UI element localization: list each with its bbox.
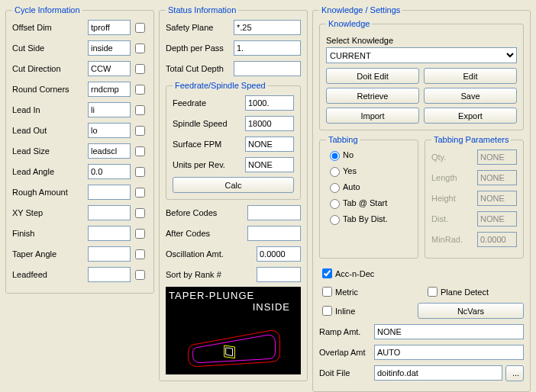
cycle-input-12[interactable] bbox=[88, 267, 131, 282]
surface-fpm-label: Surface FPM bbox=[173, 140, 245, 149]
tabbing-opt-1: Yes bbox=[343, 166, 357, 175]
acc-n-dec-checkbox[interactable] bbox=[322, 268, 332, 278]
ramp-amt-label: Ramp Amt. bbox=[319, 327, 374, 336]
tabparam-label-3: Dist. bbox=[431, 214, 477, 223]
tabbing-radio-1[interactable] bbox=[330, 167, 340, 177]
tabbing-params-legend: Tabbing Parameters bbox=[431, 135, 511, 144]
cycle-input-6[interactable] bbox=[88, 143, 131, 159]
cycle-checkbox-8[interactable] bbox=[135, 188, 145, 198]
cycle-checkbox-10[interactable] bbox=[135, 229, 145, 239]
cycle-input-3[interactable] bbox=[88, 82, 131, 97]
tabbing-opt-2: Auto bbox=[343, 182, 360, 191]
cycle-checkbox-6[interactable] bbox=[135, 146, 145, 156]
cycle-checkbox-3[interactable] bbox=[135, 85, 145, 95]
cycle-input-5[interactable] bbox=[88, 123, 131, 138]
retrieve-button[interactable]: Retrieve bbox=[326, 88, 419, 104]
before-codes-label: Before Codes bbox=[166, 208, 247, 217]
select-knowledge-label: Select Knowledge bbox=[326, 36, 517, 45]
cycle-input-2[interactable] bbox=[88, 61, 131, 76]
oscillation-amt-label: Oscillation Amt. bbox=[166, 249, 257, 259]
cycle-input-9[interactable] bbox=[88, 205, 131, 220]
total-cut-depth-input[interactable] bbox=[234, 61, 301, 76]
tabbing-radio-4[interactable] bbox=[330, 215, 340, 225]
cycle-checkbox-7[interactable] bbox=[135, 167, 145, 177]
doit-edit-button[interactable]: Doit Edit bbox=[326, 68, 419, 84]
metric-label: Metric bbox=[335, 288, 358, 297]
cycle-label-12: Leadfeed bbox=[12, 270, 88, 279]
ncvars-button[interactable]: NcVars bbox=[418, 303, 524, 319]
feedrate-input[interactable] bbox=[245, 95, 294, 111]
tabbing-parameters-group: Tabbing Parameters Qty. Length Height Di… bbox=[425, 135, 524, 259]
cycle-input-10[interactable] bbox=[88, 226, 131, 241]
cycle-label-5: Lead Out bbox=[12, 126, 88, 135]
cycle-checkbox-4[interactable] bbox=[135, 105, 145, 115]
sort-by-rank-label: Sort by Rank # bbox=[166, 270, 257, 279]
tabbing-radio-2[interactable] bbox=[330, 183, 340, 193]
browse-button[interactable]: ... bbox=[505, 365, 524, 381]
cycle-checkbox-5[interactable] bbox=[135, 126, 145, 136]
edit-button[interactable]: Edit bbox=[424, 68, 517, 84]
cycle-label-1: Cut Side bbox=[12, 43, 88, 53]
tabbing-radio-0[interactable] bbox=[330, 151, 340, 161]
surface-fpm-input[interactable] bbox=[245, 137, 294, 152]
units-per-rev-label: Units per Rev. bbox=[173, 160, 245, 169]
cycle-checkbox-0[interactable] bbox=[135, 23, 145, 33]
depth-per-pass-label: Depth per Pass bbox=[166, 43, 234, 53]
export-button[interactable]: Export bbox=[424, 108, 517, 124]
cycle-checkbox-1[interactable] bbox=[135, 43, 145, 53]
tabbing-opt-3: Tab @ Start bbox=[343, 198, 387, 207]
calc-button[interactable]: Calc bbox=[173, 177, 294, 193]
select-knowledge-dropdown[interactable]: CURRENT bbox=[326, 47, 517, 63]
cycle-label-10: Finish bbox=[12, 229, 88, 238]
safety-plane-input[interactable] bbox=[234, 20, 301, 35]
spindle-speed-input[interactable] bbox=[245, 116, 294, 131]
cycle-checkbox-9[interactable] bbox=[135, 208, 145, 218]
cycle-checkbox-2[interactable] bbox=[135, 64, 145, 74]
before-codes-input[interactable] bbox=[247, 205, 301, 220]
overlap-amt-input[interactable] bbox=[374, 345, 524, 360]
tabbing-legend: Tabbing bbox=[326, 135, 360, 144]
status-information-group: Status Information Safety Plane Depth pe… bbox=[159, 5, 308, 381]
after-codes-input[interactable] bbox=[247, 226, 301, 241]
cycle-label-0: Offset Dim bbox=[12, 23, 88, 32]
tabparam-label-2: Height bbox=[431, 194, 477, 203]
cycle-input-8[interactable] bbox=[88, 185, 131, 200]
doit-file-label: Doit File bbox=[319, 368, 374, 378]
import-button[interactable]: Import bbox=[326, 108, 419, 124]
tabparam-input-1 bbox=[477, 170, 517, 185]
cycle-label-11: Taper Angle bbox=[12, 249, 88, 259]
spindle-speed-label: Spindle Speed bbox=[173, 119, 245, 128]
preview-line-2: INSIDE bbox=[169, 301, 298, 313]
doit-file-input[interactable] bbox=[374, 365, 502, 381]
cycle-input-1[interactable] bbox=[88, 40, 131, 56]
cycle-label-3: Round Corners bbox=[12, 85, 88, 94]
cycle-label-2: Cut Direction bbox=[12, 64, 88, 73]
oscillation-amt-input[interactable] bbox=[257, 246, 301, 262]
overlap-amt-label: Overlap Amt bbox=[319, 348, 374, 357]
cycle-information-group: Cycle Information Offset Dim Cut Side Cu… bbox=[5, 5, 154, 294]
depth-per-pass-input[interactable] bbox=[234, 40, 301, 56]
cycle-input-11[interactable] bbox=[88, 246, 131, 262]
cycle-input-0[interactable] bbox=[88, 20, 131, 35]
ramp-amt-input[interactable] bbox=[374, 324, 524, 339]
cycle-checkbox-12[interactable] bbox=[135, 270, 145, 280]
tabbing-radio-3[interactable] bbox=[330, 199, 340, 209]
feedrate-group: Feedrate/Spindle Speed Feedrate Spindle … bbox=[166, 81, 301, 200]
cycle-legend: Cycle Information bbox=[12, 5, 82, 14]
cycle-label-9: XY Step bbox=[12, 208, 88, 217]
plane-detect-checkbox[interactable] bbox=[428, 287, 438, 297]
sort-by-rank-input[interactable] bbox=[257, 267, 301, 282]
tabparam-label-0: Qty. bbox=[431, 153, 477, 162]
units-per-rev-input[interactable] bbox=[245, 157, 294, 172]
tabparam-input-0 bbox=[477, 149, 517, 165]
inline-checkbox[interactable] bbox=[322, 306, 332, 316]
cycle-checkbox-11[interactable] bbox=[135, 249, 145, 259]
save-button[interactable]: Save bbox=[424, 88, 517, 104]
inline-label: Inline bbox=[335, 307, 355, 316]
cycle-input-7[interactable] bbox=[88, 164, 131, 179]
plane-detect-label: Plane Detect bbox=[441, 288, 489, 297]
operation-preview: TAPER-PLUNGE INSIDE bbox=[166, 287, 301, 374]
cycle-label-8: Rough Amount bbox=[12, 188, 88, 197]
metric-checkbox[interactable] bbox=[322, 287, 332, 297]
cycle-input-4[interactable] bbox=[88, 102, 131, 117]
